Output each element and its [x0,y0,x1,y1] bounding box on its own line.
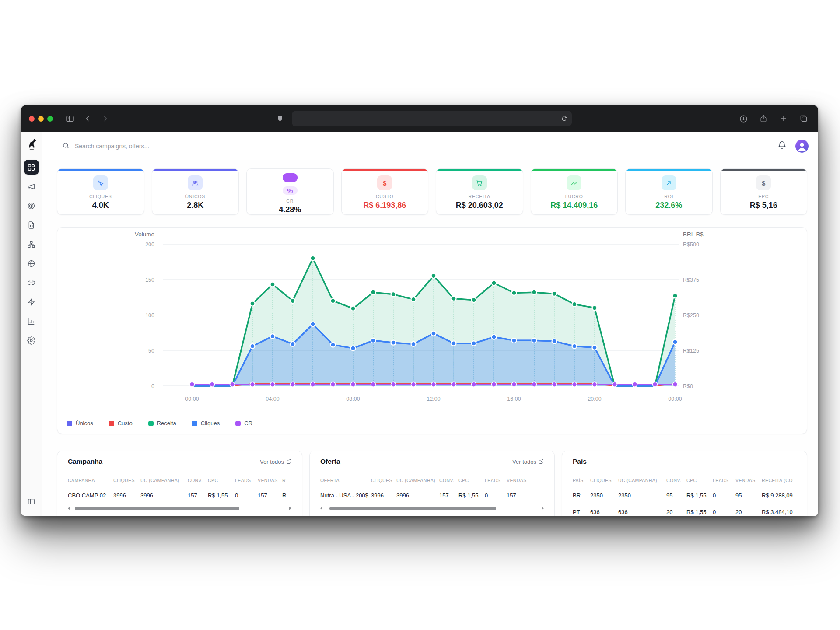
column-header: CLIQUES [113,471,140,487]
scrollbar-thumb[interactable] [329,507,496,510]
search-input[interactable]: Search campaigns, offers... [62,142,771,150]
time-series-chart: Volume050100150200BRL R$R$0R$125R$250R$3… [57,228,807,417]
legend-item-unicos[interactable]: Únicos [67,420,93,427]
window-controls [29,116,53,122]
column-header: CONV. [188,471,208,487]
address-bar[interactable] [292,111,572,126]
kpi-value: R$ 14.409,16 [550,201,598,210]
kpi-card-receita: RECEITA R$ 20.603,02 [436,168,523,215]
scroll-left-icon[interactable] [68,507,70,510]
legend-item-cliques[interactable]: Cliques [192,420,220,427]
kpi-value: 4.28% [279,205,301,214]
sidebar-item-reports[interactable] [24,314,39,329]
minimize-window-button[interactable] [38,116,44,122]
column-header: CONV. [439,471,458,487]
kpi-label: CUSTO [376,194,394,199]
table-title: Oferta [320,458,340,466]
avatar[interactable] [795,140,808,153]
sidebar-item-campaigns[interactable] [24,179,39,194]
kpi-accent-bar [342,169,428,171]
oferta-card: Oferta Ver todos OFERTA CLIQUES U [309,451,555,516]
search-placeholder: Search campaigns, offers... [75,143,149,150]
forward-button[interactable] [98,112,112,125]
sidebar-item-domains[interactable] [24,256,39,271]
column-header: PAÍS [573,471,590,487]
sidebar-item-offers[interactable] [24,198,39,213]
sidebar-item-funnels[interactable] [24,237,39,252]
column-header: CPC [686,471,713,487]
column-header: CPC [458,471,485,487]
kpi-label: ÚNICOS [185,194,205,199]
campanha-card: Campanha Ver todos CAMPANHA CLIQUES [57,451,302,516]
column-header: UC (CAMPANHA) [618,471,666,487]
column-header: CAMPANHA [68,471,113,487]
kpi-value: 232.6% [655,201,682,210]
svg-text:Volume: Volume [135,231,154,238]
ver-todos-link[interactable]: Ver todos [260,458,291,465]
percent-icon: % [283,186,298,195]
kpi-label: LUCRO [565,194,583,199]
legend-item-receita[interactable]: Receita [148,420,176,427]
back-button[interactable] [81,112,94,125]
users-icon [188,175,203,190]
sidebar-collapse-icon[interactable] [24,494,39,509]
table-row[interactable]: CBO CAMP 02 3996 3996 157 R$ 1,55 0 157 … [68,487,291,504]
sidebar-item-dashboard[interactable] [24,160,39,175]
table-row[interactable]: PT 636 636 20 R$ 1,55 0 20 R$ 3.484,10 [573,504,796,517]
search-icon [62,142,70,150]
arrow-up-right-icon [662,175,676,190]
scroll-left-icon[interactable] [320,507,322,510]
column-header: LEADS [235,471,258,487]
kpi-label: ROI [664,194,673,199]
table-row[interactable]: Nutra - USA - 200$ 3996 3996 157 R$ 1,55… [320,487,544,504]
scroll-right-icon[interactable] [289,507,291,510]
column-header: VENDAS [507,471,544,487]
column-header: CPC [208,471,235,487]
browser-sidebar-toggle-icon[interactable] [63,112,77,125]
kpi-card-unicos: ÚNICOS 2.8K [152,168,239,215]
share-icon[interactable] [757,112,770,125]
ver-todos-link[interactable]: Ver todos [512,458,544,465]
kpi-card-cliques: CLIQUES 4.0K [57,168,144,215]
kpi-value: R$ 20.603,02 [456,201,503,210]
kpi-accent-bar [531,169,618,171]
shield-icon [273,112,287,125]
tab-overview-icon[interactable] [797,112,810,125]
kpi-row: CLIQUES 4.0K ÚNICOS 2.8K % CR [57,168,807,215]
legend-swatch [192,421,197,426]
column-header: LEADS [485,471,507,487]
cart-icon [472,175,487,190]
dollar-icon: $ [756,175,771,190]
table-row[interactable]: BR 2350 2350 95 R$ 1,55 0 95 R$ 9.288,09 [573,487,796,504]
close-window-button[interactable] [29,116,35,122]
kpi-card-cr: % CR 4.28% [246,168,334,215]
column-header: CLIQUES [371,471,396,487]
scrollbar-thumb[interactable] [75,507,240,510]
kpi-card-custo: $ CUSTO R$ 6.193,86 [341,168,429,215]
svg-text:16:00: 16:00 [507,396,521,402]
scroll-right-icon[interactable] [542,507,544,510]
bell-icon[interactable] [777,140,787,151]
zoom-window-button[interactable] [47,116,53,122]
new-tab-icon[interactable] [777,112,790,125]
sidebar-item-links[interactable] [24,275,39,290]
legend-swatch [67,421,72,426]
legend-swatch [235,421,241,426]
cursor-click-icon [93,175,108,190]
column-header: CLIQUES [590,471,618,487]
sidebar-item-automation[interactable] [24,294,39,309]
kpi-label: CR [286,198,294,203]
sidebar-item-landers[interactable] [24,217,39,232]
svg-text:12:00: 12:00 [427,396,440,402]
downloads-icon[interactable] [737,112,750,125]
summary-tables-row: Campanha Ver todos CAMPANHA CLIQUES [57,451,807,516]
legend-item-custo[interactable]: Custo [109,420,133,427]
reload-icon[interactable] [561,116,567,122]
sidebar-item-settings[interactable] [24,333,39,348]
dashboard-content: CLIQUES 4.0K ÚNICOS 2.8K % CR [42,160,818,516]
column-header: OFERTA [320,471,371,487]
horizontal-scrollbar [320,506,544,511]
legend-item-cr[interactable]: CR [235,420,252,427]
browser-chrome [21,105,818,132]
svg-text:R$375: R$375 [683,277,699,283]
